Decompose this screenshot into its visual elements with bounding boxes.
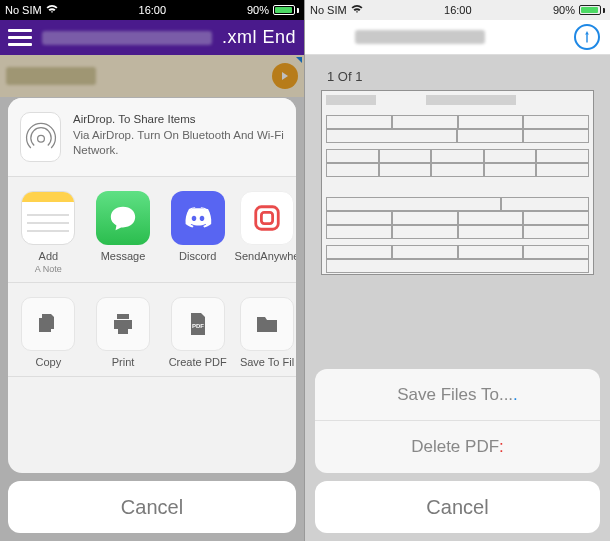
save-files-to-button[interactable]: Save Files To.... <box>315 369 600 421</box>
clock-label: 16:00 <box>444 4 472 16</box>
battery-pct: 90% <box>247 4 269 16</box>
action-create-pdf[interactable]: PDF Create PDF <box>167 297 228 368</box>
notes-icon <box>21 191 75 245</box>
edit-button[interactable] <box>574 24 600 50</box>
app-header <box>305 20 610 55</box>
share-action-row[interactable]: Copy Print PDF Create PDF Save To Fil <box>8 283 296 377</box>
share-app-notes[interactable]: Add A Note <box>18 191 79 274</box>
delete-pdf-button[interactable]: Delete PDF: <box>315 421 600 473</box>
airdrop-subtitle: Via AirDrop. Turn On Bluetooth And Wi-Fi… <box>73 128 284 159</box>
app-label: Discord <box>179 250 216 262</box>
action-label: Copy <box>35 356 61 368</box>
clock-label: 16:00 <box>139 4 167 16</box>
share-sheet: AirDrop. To Share Items Via AirDrop. Tur… <box>8 98 296 473</box>
carrier-label: No SIM <box>5 4 42 16</box>
cancel-label: Cancel <box>121 496 183 519</box>
action-label: Print <box>112 356 135 368</box>
share-app-row[interactable]: Add A Note Message Discord SendAnywhe <box>8 177 296 283</box>
phone-left: No SIM 16:00 90% .xml End <box>0 0 305 541</box>
svg-rect-1 <box>256 207 279 230</box>
airdrop-section[interactable]: AirDrop. To Share Items Via AirDrop. Tur… <box>8 98 296 177</box>
app-sublabel: A Note <box>35 264 62 274</box>
wifi-icon <box>351 4 363 16</box>
header-title-blurred <box>355 30 485 44</box>
svg-text:PDF: PDF <box>192 323 204 329</box>
svg-rect-2 <box>261 212 272 223</box>
sendanywhere-icon <box>240 191 294 245</box>
svg-point-0 <box>37 135 44 142</box>
battery-icon <box>579 5 605 15</box>
menu-icon[interactable] <box>8 26 32 50</box>
app-header: .xml End <box>0 20 304 55</box>
share-app-sendanywhere[interactable]: SendAnywhe <box>242 191 292 274</box>
header-title-blurred <box>42 31 212 45</box>
action-sheet: Save Files To.... Delete PDF: <box>315 369 600 473</box>
carrier-label: No SIM <box>310 4 347 16</box>
battery-pct: 90% <box>553 4 575 16</box>
wifi-icon <box>46 4 58 16</box>
airdrop-title: AirDrop. To Share Items <box>73 112 284 128</box>
status-bar: No SIM 16:00 90% <box>305 0 610 20</box>
cancel-button[interactable]: Cancel <box>8 481 296 533</box>
airdrop-text: AirDrop. To Share Items Via AirDrop. Tur… <box>73 112 284 162</box>
cancel-label: Cancel <box>426 496 488 519</box>
phone-right: No SIM 16:00 90% 1 Of 1 <box>305 0 610 541</box>
discord-icon <box>171 191 225 245</box>
header-title-suffix: .xml End <box>222 27 296 48</box>
share-app-discord[interactable]: Discord <box>167 191 228 274</box>
app-label: SendAnywhe <box>235 250 296 262</box>
action-save-to-files[interactable]: Save To Fil <box>242 297 292 368</box>
folder-icon <box>240 297 294 351</box>
app-label: Message <box>101 250 146 262</box>
action-copy[interactable]: Copy <box>18 297 79 368</box>
pdf-icon: PDF <box>171 297 225 351</box>
action-label: Save To Fil <box>240 356 294 368</box>
messages-icon <box>96 191 150 245</box>
action-label: Create PDF <box>169 356 227 368</box>
app-label: Add <box>39 250 59 262</box>
status-bar: No SIM 16:00 90% <box>0 0 304 20</box>
share-app-messages[interactable]: Message <box>93 191 154 274</box>
cancel-button[interactable]: Cancel <box>315 481 600 533</box>
print-icon <box>96 297 150 351</box>
copy-icon <box>21 297 75 351</box>
save-label: Save Files To... <box>397 385 513 405</box>
delete-label: Delete PDF <box>411 437 499 457</box>
battery-icon <box>273 5 299 15</box>
airdrop-icon <box>20 112 61 162</box>
action-print[interactable]: Print <box>93 297 154 368</box>
